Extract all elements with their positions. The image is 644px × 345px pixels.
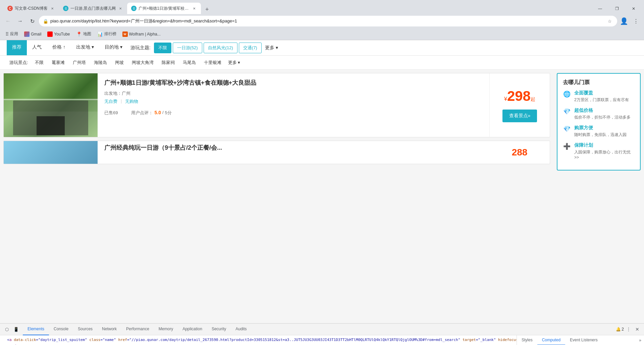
- listing-1-image: [4, 73, 98, 137]
- sub-tag-3[interactable]: 海陵岛: [90, 58, 111, 67]
- sub-tag-2[interactable]: 广州塔: [69, 58, 90, 67]
- sub-nav-more[interactable]: 更多 ▾: [228, 60, 240, 66]
- minimize-button[interactable]: —: [592, 3, 608, 14]
- close-button[interactable]: ✕: [626, 3, 641, 14]
- listing-1-tag-1[interactable]: 无购物: [125, 98, 138, 105]
- elements-line-link[interactable]: <a data-click="daytrip_list_spuitem" cla…: [0, 337, 517, 343]
- listing-area: 广州+顺德1日游/黄埔军校+沙湾古镇+食在顺德+大良甜品 出发地：广州 无自费 …: [0, 70, 553, 323]
- listing-1-footer: 已售69 用户点评： 5.0 / 5分: [104, 110, 483, 116]
- bookmark-gmail[interactable]: Gmail: [21, 30, 44, 38]
- listing-2-info: 广州经典纯玩一日游（9十景占/2个正餐/会...: [98, 141, 489, 164]
- listing-2-title[interactable]: 广州经典纯玩一日游（9十景占/2个正餐/会...: [104, 144, 483, 152]
- listing-1-rating-num: 5.0: [154, 110, 161, 116]
- theme-tag-traffic[interactable]: 交通(7): [239, 43, 262, 53]
- listing-1-view-button[interactable]: 查看景点»: [502, 110, 537, 122]
- devtools-close-icon[interactable]: ✕: [633, 325, 641, 333]
- tab-2-favicon: 去: [63, 6, 68, 11]
- tab-1-close[interactable]: ✕: [50, 6, 55, 11]
- devtools-tab-security[interactable]: Security: [207, 324, 231, 335]
- styles-tab-computed[interactable]: Computed: [537, 335, 565, 345]
- tab-3[interactable]: 去 广州+顺德1日游/黄埔军校+沙湾... ✕: [127, 3, 201, 14]
- theme-tag-oneday[interactable]: 一日游(52): [173, 43, 202, 53]
- sidebar-lowprice-title: 超低价格: [574, 108, 635, 114]
- sub-tag-0[interactable]: 不限: [31, 58, 48, 67]
- tab-2-title: 一日游,景点门票去哪儿网: [70, 6, 116, 11]
- sidebar-lowprice-content: 超低价格 低价不停，折扣不停，活动多多: [574, 108, 635, 120]
- devtools-tab-audits[interactable]: Audits: [231, 324, 251, 335]
- profile-button[interactable]: 👤: [619, 16, 629, 26]
- devtools-tab-sources[interactable]: Sources: [73, 324, 97, 335]
- browser-chrome: C 写文章-CSDN博客 ✕ 去 一日游,景点门票去哪儿网 ✕ 去 广州+顺德1…: [0, 0, 644, 40]
- tab-3-close[interactable]: ✕: [192, 6, 197, 11]
- device-icon[interactable]: 📱: [12, 325, 20, 333]
- bookmark-youtube[interactable]: YouTube: [45, 30, 72, 38]
- sub-tag-5[interactable]: 闸坡大角湾: [128, 58, 158, 67]
- nav-tab-destination[interactable]: 目的地 ▾: [99, 40, 128, 55]
- sub-tag-6[interactable]: 陈家祠: [158, 58, 179, 67]
- sidebar-convenient-title: 购票方便: [574, 125, 635, 131]
- wolfram-label: Wolfram | Alpha...: [129, 32, 161, 37]
- devtools-tab-memory[interactable]: Memory: [154, 324, 178, 335]
- styles-panel: Styles Computed Event Listeners » :hov .…: [517, 335, 644, 345]
- nav-tab-price[interactable]: 价格 ↑: [47, 40, 71, 55]
- ranking-label: 排行榜: [104, 31, 116, 37]
- ranking-favicon: 📊: [97, 31, 103, 37]
- theme-tag-all[interactable]: 不限: [154, 43, 171, 53]
- address-bar-row: ← → ↻ 🔒 piao.qunar.com/daytrip/list.htm?…: [0, 14, 644, 28]
- styles-tab-more[interactable]: »: [636, 335, 644, 345]
- nav-tab-popularity[interactable]: 人气: [27, 40, 47, 55]
- sidebar-item-lowprice: 💎 超低价格 低价不停，折扣不停，活动多多: [563, 108, 635, 120]
- sidebar-insurance-desc: 入园保障，购票放心，出行无忧 >>: [574, 149, 635, 160]
- globe-icon: 🌐: [563, 90, 571, 98]
- inspect-icon[interactable]: ⬡: [3, 325, 11, 333]
- new-tab-button[interactable]: +: [202, 5, 212, 14]
- listing-1-title[interactable]: 广州+顺德1日游/黄埔军校+沙湾古镇+食在顺德+大良甜品: [104, 79, 483, 87]
- listing-1-info: 广州+顺德1日游/黄埔军校+沙湾古镇+食在顺德+大良甜品 出发地：广州 无自费 …: [98, 73, 489, 137]
- devtools-tab-elements[interactable]: Elements: [23, 324, 49, 335]
- devtools-tab-performance[interactable]: Performance: [121, 324, 154, 335]
- alert-count: 🔔 2: [616, 327, 624, 332]
- reload-button[interactable]: ↻: [27, 16, 38, 26]
- tab-2-close[interactable]: ✕: [118, 6, 123, 11]
- styles-tab-styles[interactable]: Styles: [517, 335, 537, 345]
- elements-panel: <a data-click="daytrip_list_spuitem" cla…: [0, 335, 517, 345]
- listing-1-sold: 已售69: [104, 110, 118, 116]
- menu-button[interactable]: ⋮: [631, 16, 641, 26]
- tab-1-title: 写文章-CSDN博客: [15, 6, 48, 11]
- address-bar[interactable]: 🔒 piao.qunar.com/daytrip/list.htm?keywor…: [39, 16, 617, 26]
- devtools-tab-application[interactable]: Application: [178, 324, 207, 335]
- styles-tab-event-listeners[interactable]: Event Listeners: [565, 335, 602, 345]
- bookmark-ranking[interactable]: 📊 排行榜: [95, 30, 119, 38]
- tab-2[interactable]: 去 一日游,景点门票去哪儿网 ✕: [59, 3, 127, 14]
- sub-tag-4[interactable]: 闸坡: [111, 58, 128, 67]
- listing-1-tag-0[interactable]: 无自费: [104, 98, 117, 105]
- sidebar-insurance-content: 保障计划 入园保障，购票放心，出行无忧 >>: [574, 142, 635, 160]
- sidebar-insurance-title: 保障计划: [574, 142, 635, 148]
- nav-tab-recommend[interactable]: 推荐: [7, 40, 27, 55]
- bookmark-apps[interactable]: ⠿ 应用: [3, 30, 21, 38]
- nav-tab-departure[interactable]: 出发地 ▾: [71, 40, 99, 55]
- tab-1[interactable]: C 写文章-CSDN博客 ✕: [3, 3, 59, 14]
- lowprice-icon: 💎: [563, 108, 571, 116]
- sub-tag-8[interactable]: 十里银滩: [200, 58, 225, 67]
- maps-label: 地图: [83, 31, 91, 37]
- forward-button[interactable]: →: [15, 16, 25, 26]
- devtools-tab-console[interactable]: Console: [49, 324, 73, 335]
- bookmark-maps[interactable]: 📍 地图: [73, 30, 94, 38]
- sidebar-coverage-content: 全面覆盖 2万景区，门票联票，应有尽有: [574, 90, 635, 103]
- sub-tag-1[interactable]: 鼍寨滩: [48, 58, 69, 67]
- main-nav-more[interactable]: 更多 ▾: [265, 45, 278, 51]
- maps-favicon: 📍: [76, 31, 82, 37]
- bookmark-wolfram[interactable]: W Wolfram | Alpha...: [120, 30, 163, 38]
- theme-tag-nature[interactable]: 自然风光(12): [204, 43, 237, 53]
- bookmark-star-icon[interactable]: ☆: [606, 18, 613, 24]
- devtools-tabbar: ⬡ 📱 Elements Console Sources Network Per…: [0, 324, 644, 335]
- sidebar-item-convenient: 💎 购票方便 随时购票，免排队，迅速入园: [563, 125, 635, 138]
- devtools-dots-icon[interactable]: ⋮: [625, 325, 633, 333]
- sidebar-card: 去哪儿门票 🌐 全面覆盖 2万景区，门票联票，应有尽有 💎 超低价格 低价不停，…: [557, 73, 641, 170]
- back-button[interactable]: ←: [3, 16, 13, 26]
- maximize-button[interactable]: ❐: [609, 3, 625, 14]
- sub-tag-7[interactable]: 马尾岛: [179, 58, 200, 67]
- devtools-tab-network[interactable]: Network: [97, 324, 121, 335]
- listing-1-departure: 出发地：广州: [104, 90, 483, 96]
